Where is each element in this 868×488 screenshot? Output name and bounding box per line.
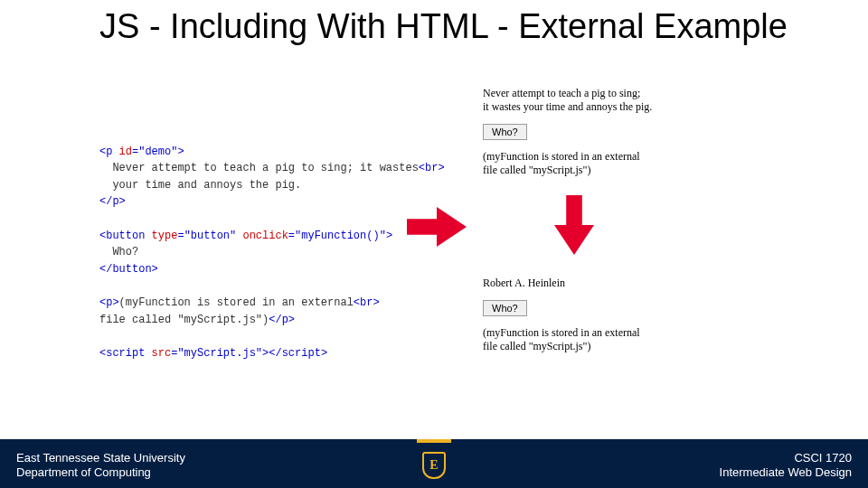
footer-accent	[0, 439, 868, 443]
svg-marker-1	[554, 195, 594, 255]
course-code: CSCI 1720	[448, 451, 852, 465]
footer-right: CSCI 1720 Intermediate Web Design	[448, 451, 868, 481]
note-line1: (myFunction is stored in an external	[483, 326, 640, 339]
footer-left: East Tennessee State University Departme…	[0, 451, 420, 481]
demo-text-result: Robert A. Heinlein	[483, 277, 700, 290]
slide-footer: East Tennessee State University Departme…	[0, 443, 868, 488]
university-name: East Tennessee State University	[16, 451, 420, 465]
logo-letter: E	[422, 452, 446, 479]
etsu-logo-icon: E	[420, 450, 448, 481]
code-sample: <p id="demo"> Never attempt to teach a p…	[99, 127, 445, 361]
demo-text-line2: it wastes your time and annoys the pig.	[483, 100, 652, 113]
browser-preview-after: Robert A. Heinlein Who? (myFunction is s…	[483, 273, 700, 357]
arrow-down-icon	[553, 195, 595, 255]
who-button[interactable]: Who?	[483, 124, 527, 140]
department-name: Department of Computing	[16, 465, 420, 480]
browser-preview-before: Never attempt to teach a pig to sing; it…	[483, 83, 700, 181]
arrow-right-icon	[407, 206, 467, 248]
note-line2: file called "myScript.js")	[483, 340, 590, 352]
note-line2: file called "myScript.js")	[483, 164, 590, 176]
svg-marker-0	[407, 207, 467, 247]
note-line1: (myFunction is stored in an external	[483, 150, 640, 163]
course-name: Intermediate Web Design	[448, 465, 852, 480]
who-button[interactable]: Who?	[483, 300, 527, 316]
demo-text-line1: Never attempt to teach a pig to sing;	[483, 87, 640, 99]
slide-title: JS - Including With HTML - External Exam…	[99, 9, 788, 45]
